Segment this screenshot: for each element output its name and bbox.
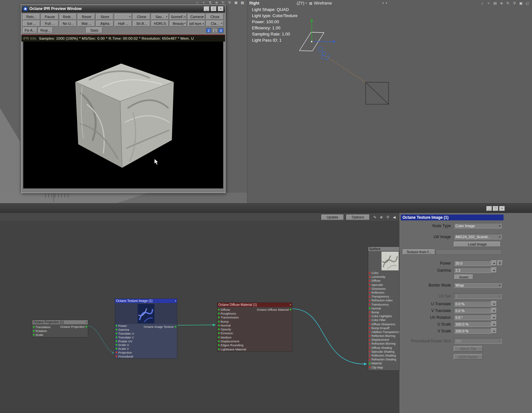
u-scale-spinner[interactable]: ◂▸: [491, 321, 497, 327]
node-surface[interactable]: Surface ColorLuminosityDiffuseSpecularGl…: [368, 247, 400, 371]
view-axis-dropdown[interactable]: (ZY)▾: [297, 1, 307, 5]
pan-icon[interactable]: ⊕: [499, 1, 504, 5]
node-input[interactable]: Clip Map: [368, 366, 399, 369]
node-input[interactable]: Color Highlights: [368, 314, 399, 318]
node-input[interactable]: Emission: [217, 331, 292, 335]
u-translate-field[interactable]: 0.0 %: [454, 301, 491, 307]
ipr-toolbar-button[interactable]: Sh.B...: [133, 21, 150, 26]
node-output[interactable]: Octane Diffuse Material: [257, 308, 291, 311]
ipr-toolbar-button[interactable]: Full ...: [41, 21, 58, 26]
ipr-toolbar-button[interactable]: Close: [206, 14, 224, 20]
node-input[interactable]: Normal: [368, 307, 399, 310]
ipr-toolbar-button[interactable]: SceneF...▾: [170, 14, 187, 20]
rotate-view-icon[interactable]: ↻: [505, 1, 511, 5]
node-input[interactable]: Color Filter: [368, 318, 399, 322]
zoom-icon[interactable]: ⚲: [227, 0, 232, 5]
node-input[interactable]: Translucency: [368, 303, 399, 307]
ipr-toolbar-button[interactable]: Redr...: [60, 14, 77, 20]
v-translate-spinner[interactable]: ◂▸: [491, 308, 497, 313]
node-input[interactable]: Diffuse Sharpness: [368, 322, 399, 326]
texture-from-file-button[interactable]: Texture from f...: [403, 249, 435, 255]
viewport-options-dropdown[interactable]: ▾: [386, 2, 387, 5]
node-input[interactable]: Specular: [368, 283, 399, 287]
pass-chip-1[interactable]: 1: [212, 28, 217, 33]
node-menu-arrow[interactable]: ▾: [86, 321, 87, 324]
node-input[interactable]: Glossiness: [368, 287, 399, 291]
node-input[interactable]: Translate U: [115, 332, 177, 336]
gamma-spinner[interactable]: ◂▸: [491, 267, 497, 273]
load-image-button[interactable]: Load Image: [454, 242, 501, 247]
ipr-toolbar-button[interactable]: Sav...▾: [151, 14, 169, 20]
maximize-button[interactable]: □: [493, 206, 498, 211]
ipr-toolbar-button[interactable]: Beauty▾: [170, 21, 187, 26]
gamma-field[interactable]: 2.2: [454, 267, 491, 273]
stats-button[interactable]: Stats: [86, 27, 102, 33]
node-input[interactable]: Translate V: [115, 335, 177, 339]
node-input[interactable]: Material: [368, 361, 399, 365]
ipr-toolbar-button[interactable]: Pause: [41, 14, 58, 20]
power-field[interactable]: 20.0: [454, 260, 491, 266]
node-input[interactable]: Displacement: [368, 338, 399, 342]
render-mode-dropdown[interactable]: ▦ Wireframe ▾: [309, 1, 384, 5]
fix-aspect-button[interactable]: Fix A...: [23, 27, 37, 33]
node-input[interactable]: Bump: [217, 319, 292, 323]
render-preview[interactable]: [23, 42, 223, 188]
node-input[interactable]: Reflection Blurring: [368, 334, 399, 338]
ipr-preview-window[interactable]: Octane IPR Preview Window _ □ × Relo...P…: [21, 5, 225, 193]
node-input[interactable]: Diffuse: [368, 279, 399, 283]
node-octane-diffuse-material[interactable]: Octane Diffuse Material (1) ▾ DiffuseRou…: [217, 302, 292, 352]
ipr-toolbar-button[interactable]: Reset: [78, 14, 95, 20]
minimize-button[interactable]: _: [204, 6, 209, 11]
node-input[interactable]: Refraction Shading: [368, 358, 399, 361]
node-output[interactable]: Octane Image Texture: [144, 325, 176, 328]
v-translate-field[interactable]: 0.0 %: [454, 308, 491, 313]
node-input[interactable]: Refraction Blurring: [368, 342, 399, 346]
node-menu-arrow[interactable]: ▾: [175, 300, 176, 302]
maximize-view-icon[interactable]: ◱: [525, 1, 530, 5]
region-button[interactable]: Regi...: [38, 27, 53, 33]
node-input[interactable]: Roughness: [217, 311, 292, 315]
node-output[interactable]: Octane Projection: [60, 325, 87, 328]
ipr-toolbar-button[interactable]: Relo...: [23, 14, 40, 20]
right-viewport[interactable]: Right (ZY)▾ ▦ Wireframe ▾ ▾ ⌂≡▤⊕↻⚲▣◱ Lig…: [247, 0, 532, 203]
ipr-toolbar-button[interactable]: Camera▾: [188, 14, 205, 20]
node-input[interactable]: Scale V: [115, 347, 177, 351]
border-mode-dropdown[interactable]: Wrap▾: [454, 282, 502, 288]
ipr-toolbar-button[interactable]: Mat ...: [78, 21, 95, 26]
close-button[interactable]: ×: [499, 206, 505, 211]
node-input[interactable]: Refraction Index: [368, 298, 399, 302]
node-input[interactable]: Scale U: [115, 343, 177, 347]
node-input[interactable]: Luminosity: [368, 275, 399, 279]
pass-chip-2[interactable]: 2: [206, 28, 211, 33]
power-envelope-button[interactable]: E: [497, 260, 503, 266]
home-icon[interactable]: ⌂: [479, 1, 485, 5]
v-scale-field[interactable]: 100.0 %: [454, 328, 491, 334]
rotate-view-icon[interactable]: ↻: [220, 0, 226, 5]
close-button[interactable]: ×: [218, 6, 224, 11]
node-input[interactable]: Displacement: [217, 339, 292, 343]
node-input[interactable]: Medium: [217, 335, 292, 339]
ipr-toolbar-button[interactable]: ▾: [115, 14, 132, 20]
node-input[interactable]: Diffuse Shading: [368, 346, 399, 350]
node-input[interactable]: Bump: [368, 310, 399, 314]
uv-rotation-field[interactable]: 0.0 °: [454, 315, 491, 320]
pass-chip-0[interactable]: 0: [218, 28, 224, 33]
node-input[interactable]: Lightwave Material: [217, 347, 292, 351]
ipr-toolbar-button[interactable]: HDRLS: [151, 21, 169, 26]
ipr-toolbar-button[interactable]: Sel ...: [23, 21, 40, 26]
ipr-toolbar-button[interactable]: Cla...▾: [206, 21, 224, 26]
node-input[interactable]: Rotation: [32, 329, 88, 333]
grid-icon[interactable]: ▦: [240, 0, 245, 5]
zoom-icon[interactable]: ⚲: [512, 1, 517, 5]
menu-icon[interactable]: ≡: [486, 1, 491, 5]
uv-rotation-spinner[interactable]: ◂▸: [491, 315, 497, 320]
node-input[interactable]: Specular Shading: [368, 350, 399, 354]
ipr-toolbar-button[interactable]: Clone: [133, 14, 150, 20]
fit-view-icon[interactable]: ▣: [233, 0, 239, 5]
invert-button[interactable]: Invert: [454, 275, 473, 279]
u-translate-spinner[interactable]: ◂▸: [491, 301, 497, 307]
node-input[interactable]: Rotate UV: [115, 339, 177, 343]
ipr-toolbar-button[interactable]: Half ...: [115, 21, 132, 26]
maximize-button[interactable]: □: [211, 6, 216, 11]
node-octane-texture-image[interactable]: Octane Texture Image (1) ▾ PowerGammaTra…: [115, 298, 177, 359]
